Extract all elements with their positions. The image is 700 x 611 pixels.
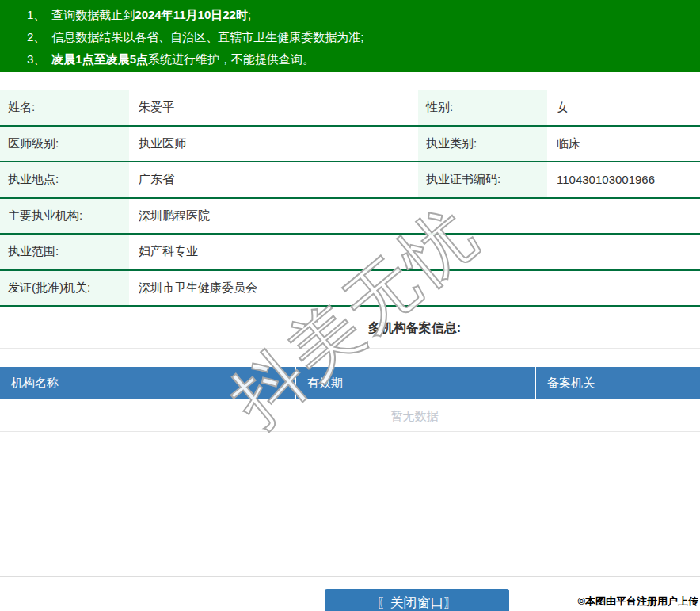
column-header-institution-name: 机构名称: [0, 367, 296, 399]
notice-banner: 1、查询数据截止到2024年11月10日22时; 2、信息数据结果以各省、自治区…: [0, 0, 700, 72]
field-value-certificate-number: 110430103001966: [547, 162, 700, 197]
field-value-main-institution: 深圳鹏程医院: [129, 199, 700, 234]
notice-line-number: 2、: [27, 30, 45, 44]
field-label-doctor-level: 医师级别:: [0, 127, 129, 162]
notice-text-bold: 2024年11月10日22时: [135, 8, 248, 21]
multi-org-section-title: 多机构备案信息:: [0, 307, 700, 349]
notice-line-number: 3、: [27, 52, 45, 66]
upload-credit: ©本图由平台注册用户上传: [577, 594, 698, 609]
field-label-main-institution: 主要执业机构:: [0, 199, 129, 234]
notice-line-2: 2、信息数据结果以各省、自治区、直辖市卫生健康委数据为准;: [0, 26, 700, 48]
field-value-practice-scope: 妇产科专业: [129, 235, 700, 269]
field-label-issuing-authority: 发证(批准)机关:: [0, 271, 129, 306]
field-label-certificate-number: 执业证书编码:: [418, 162, 547, 197]
close-window-button[interactable]: 〖关闭窗口〗: [325, 589, 509, 611]
notice-text: 信息数据结果以各省、自治区、直辖市卫生健康委数据为准;: [51, 30, 363, 44]
field-value-gender: 女: [547, 90, 700, 125]
info-row-location-certificate: 执业地点: 广东省 执业证书编码: 110430103001966: [0, 162, 700, 199]
info-row-practice-scope: 执业范围: 妇产科专业: [0, 235, 700, 271]
notice-line-1: 1、查询数据截止到2024年11月10日22时;: [0, 4, 700, 26]
field-value-doctor-level: 执业医师: [129, 127, 418, 162]
info-row-issuing-authority: 发证(批准)机关: 深圳市卫生健康委员会: [0, 271, 700, 307]
info-row-name-gender: 姓名: 朱爱平 性别: 女: [0, 90, 700, 127]
notice-line-number: 1、: [27, 8, 45, 21]
column-header-validity-period: 有效期: [296, 367, 536, 399]
field-label-practice-scope: 执业范围:: [0, 235, 129, 269]
notice-line-3: 3、凌晨1点至凌晨5点系统进行维护，不能提供查询。: [0, 48, 700, 71]
notice-text: 系统进行维护，不能提供查询。: [148, 52, 314, 66]
info-row-main-institution: 主要执业机构: 深圳鹏程医院: [0, 199, 700, 235]
field-value-practice-location: 广东省: [129, 162, 418, 197]
info-row-level-type: 医师级别: 执业医师 执业类别: 临床: [0, 127, 700, 163]
records-empty-row: 暂无数据: [0, 399, 700, 432]
field-value-name: 朱爱平: [129, 90, 418, 125]
field-value-practice-type: 临床: [547, 127, 700, 162]
field-label-practice-type: 执业类别:: [418, 127, 547, 162]
column-header-filing-authority: 备案机关: [536, 367, 700, 399]
records-table-header: 机构名称 有效期 备案机关: [0, 367, 700, 399]
field-label-practice-location: 执业地点:: [0, 162, 129, 197]
notice-text: 查询数据截止到: [51, 8, 135, 21]
notice-text-bold: 凌晨1点至凌晨5点: [51, 52, 148, 66]
practitioner-info-table: 姓名: 朱爱平 性别: 女 医师级别: 执业医师 执业类别: 临床 执业地点: …: [0, 90, 700, 307]
field-value-issuing-authority: 深圳市卫生健康委员会: [129, 271, 700, 306]
field-label-name: 姓名:: [0, 90, 129, 125]
footer-divider: [0, 576, 700, 577]
field-label-gender: 性别:: [418, 90, 547, 125]
notice-text: ;: [248, 8, 251, 21]
query-result-page: 1、查询数据截止到2024年11月10日22时; 2、信息数据结果以各省、自治区…: [0, 0, 700, 611]
